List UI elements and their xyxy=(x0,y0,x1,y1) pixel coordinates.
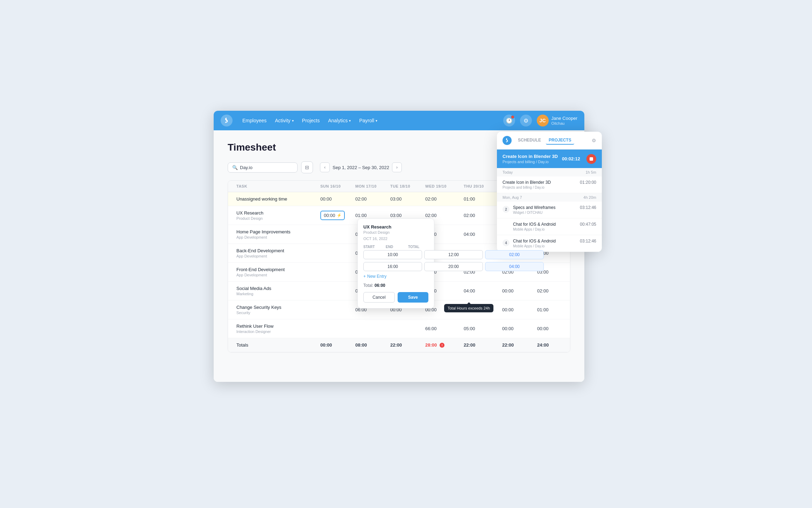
gear-icon: ⚙ xyxy=(523,117,528,124)
nav-employees[interactable]: Employees xyxy=(239,116,270,125)
timer-task-sub: Projects and billing / Day.io xyxy=(503,160,558,164)
table-row: Rethink User Flow Interaction Designer 6… xyxy=(228,319,570,338)
stop-timer-button[interactable] xyxy=(586,154,596,164)
totals-row: Totals 00:00 08:00 22:00 28:00 ! 22:00 2… xyxy=(228,338,570,352)
panel-item[interactable]: 2 Specs and Wireframes Widget / OITCHAU … xyxy=(497,202,602,218)
settings-button[interactable]: ⚙ xyxy=(520,115,532,126)
right-panel: SCHEDULE PROJECTS ⚙ Create Icon in Blend… xyxy=(497,132,602,252)
nav-links: Employees Activity ▾ Projects Analytics … xyxy=(239,116,503,125)
cancel-button[interactable]: Cancel xyxy=(363,292,395,303)
timer-task-name: Create Icon in Blender 3D xyxy=(503,154,558,159)
date-nav: ‹ Sep 1, 2022 – Sep 30, 2022 › xyxy=(320,162,402,172)
plus-icon: + xyxy=(363,274,366,279)
time-input-active[interactable]: 00:00 ⚡ xyxy=(320,211,345,220)
panel-scroll: Today 1h 5m Create Icon in Blender 3D Pr… xyxy=(497,168,602,252)
screen-wrapper: Employees Activity ▾ Projects Analytics … xyxy=(214,111,598,397)
time-entry-row xyxy=(363,262,428,271)
stop-icon xyxy=(590,157,593,161)
col-task: TASK xyxy=(234,181,318,192)
nav-analytics[interactable]: Analytics ▾ xyxy=(325,116,354,125)
tab-schedule[interactable]: SCHEDULE xyxy=(515,136,544,145)
error-tooltip: Total Hours exceeds 24h xyxy=(444,304,493,312)
popover-task-title: UX Research xyxy=(363,224,428,230)
chevron-down-icon: ▾ xyxy=(376,119,377,123)
notifications-button[interactable]: 🕐 xyxy=(503,115,515,126)
time-entry-row xyxy=(363,250,428,259)
item-number: 2 xyxy=(503,206,510,213)
popover-actions: Cancel Save xyxy=(363,292,428,303)
top-nav: Employees Activity ▾ Projects Analytics … xyxy=(214,111,584,130)
chevron-down-icon: ▾ xyxy=(349,119,351,123)
col-sun: SUN 16/10 xyxy=(318,181,352,192)
col-tue: TUE 18/10 xyxy=(387,181,422,192)
page-title: Timesheet xyxy=(228,142,276,153)
panel-item[interactable]: Chat for IOS & Android Mobile Apps / Day… xyxy=(497,218,602,235)
timer-elapsed: 00:02:12 xyxy=(562,156,580,161)
panel-settings-icon[interactable]: ⚙ xyxy=(592,138,596,143)
nav-projects[interactable]: Projects xyxy=(299,116,323,125)
popover-total: Total: 06:00 xyxy=(363,283,428,288)
save-button[interactable]: Save xyxy=(398,292,428,303)
older-header: Mon, Aug 7 4h 20m xyxy=(497,193,602,202)
svg-point-0 xyxy=(225,122,226,123)
col-wed: WED 19/10 xyxy=(422,181,461,192)
avatar: JC xyxy=(537,115,549,126)
start-time-input[interactable] xyxy=(363,262,422,271)
total-time-display xyxy=(485,250,544,259)
end-time-input[interactable] xyxy=(424,250,483,259)
next-date-button[interactable]: › xyxy=(392,162,402,172)
popover-date: OCT 16, 2022 xyxy=(363,237,428,241)
svg-point-1 xyxy=(506,141,507,142)
notification-badge xyxy=(511,115,514,119)
panel-item[interactable]: 4 Chat for IOS & Android Mobile Apps / D… xyxy=(497,235,602,252)
prev-date-button[interactable]: ‹ xyxy=(320,162,330,172)
item-number: 4 xyxy=(503,239,510,246)
user-org: Oitchau xyxy=(551,121,577,125)
add-entry-button[interactable]: + New Entry xyxy=(363,274,428,279)
active-timer: Create Icon in Blender 3D Projects and b… xyxy=(497,150,602,168)
popover-column-headers: START END TOTAL xyxy=(363,245,428,249)
total-time-display xyxy=(485,262,544,271)
app-logo[interactable] xyxy=(221,115,233,126)
panel-header: SCHEDULE PROJECTS ⚙ xyxy=(497,132,602,150)
nav-activity[interactable]: Activity ▾ xyxy=(271,116,297,125)
date-range: Sep 1, 2022 – Sep 30, 2022 xyxy=(333,165,389,170)
search-box[interactable]: 🔍 xyxy=(228,162,298,173)
panel-item[interactable]: Create Icon in Blender 3D Projects and b… xyxy=(497,176,602,193)
user-name: Jane Cooper xyxy=(551,116,577,122)
user-info[interactable]: JC Jane Cooper Oitchau xyxy=(537,115,577,126)
end-time-input[interactable] xyxy=(424,262,483,271)
error-badge: ! xyxy=(440,343,444,348)
search-icon: 🔍 xyxy=(232,165,238,170)
filter-icon: ⊟ xyxy=(305,165,309,170)
lightning-icon: ⚡ xyxy=(337,213,342,218)
popover-task-sub: Product Design xyxy=(363,230,428,234)
tab-projects[interactable]: PROJECTS xyxy=(546,136,574,145)
search-input[interactable] xyxy=(240,165,293,170)
filter-button[interactable]: ⊟ xyxy=(301,161,313,173)
start-time-input[interactable] xyxy=(363,250,422,259)
col-mon: MON 17/10 xyxy=(352,181,387,192)
nav-payroll[interactable]: Payroll ▾ xyxy=(356,116,381,125)
today-header: Today 1h 5m xyxy=(497,168,602,176)
chevron-down-icon: ▾ xyxy=(292,119,294,123)
time-entry-popover: UX Research Product Design OCT 16, 2022 … xyxy=(357,218,434,309)
panel-tabs: SCHEDULE PROJECTS xyxy=(515,136,588,145)
col-thu: THU 20/10 xyxy=(461,181,499,192)
nav-right: 🕐 ⚙ JC Jane Cooper Oitchau xyxy=(503,115,577,126)
panel-logo xyxy=(503,136,512,145)
